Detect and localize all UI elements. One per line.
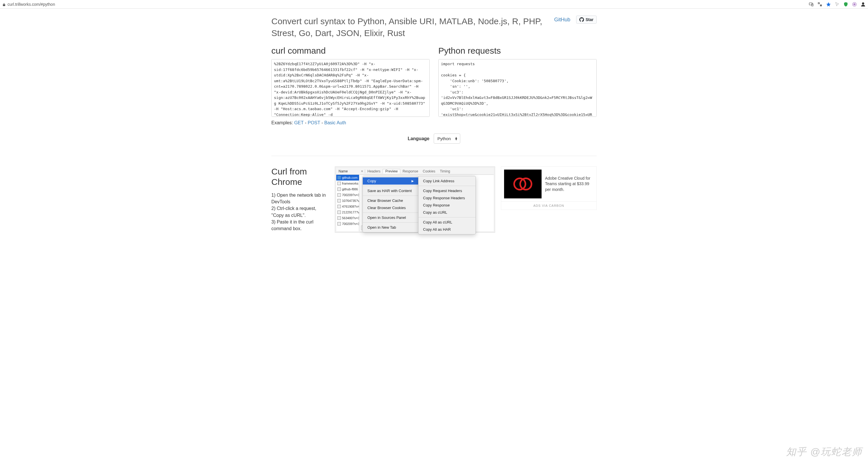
star-label: Star — [586, 17, 593, 22]
image-icon — [337, 211, 341, 214]
image-icon — [337, 216, 341, 220]
svg-point-4 — [862, 2, 864, 5]
devtools-request-list: github.com frameworks github-f886 700209… — [336, 175, 359, 231]
ad-text: Adobe Creative Cloud for Teams starting … — [545, 176, 593, 193]
ctx-copy[interactable]: Copy ▶ — [363, 177, 418, 185]
adobe-cc-icon — [513, 177, 533, 191]
sub-copy-res-headers[interactable]: Copy Response Headers — [418, 194, 475, 202]
python-output[interactable] — [438, 59, 597, 117]
github-icon — [579, 17, 584, 22]
sub-copy-link[interactable]: Copy Link Address — [418, 177, 475, 185]
ctx-open-tab[interactable]: Open in New Tab — [363, 224, 418, 231]
instructions-text: 1) Open the network tab in DevTools 2) C… — [271, 192, 329, 232]
ad-via-label[interactable]: ADS VIA CARBON — [501, 201, 596, 210]
cursor-icon[interactable] — [835, 2, 840, 7]
sub-copy-all-curl[interactable]: Copy All as cURL — [418, 219, 475, 226]
svg-point-3 — [854, 3, 855, 5]
curl-input[interactable] — [271, 59, 430, 117]
ctx-save-har[interactable]: Save as HAR with Content — [363, 187, 418, 194]
curl-heading: curl command — [271, 46, 430, 56]
example-basicauth-link[interactable]: Basic Auth — [324, 120, 346, 125]
divider — [271, 156, 597, 156]
devtools-request-row[interactable]: 700209?v=3&s=32 — [336, 221, 359, 227]
devtools-tab-timing[interactable]: Timing — [437, 169, 453, 173]
devtools-request-row[interactable]: 21229177?v — [336, 209, 359, 215]
sub-copy-response[interactable]: Copy Response — [418, 202, 475, 209]
translate-icon[interactable] — [817, 2, 823, 7]
image-icon — [337, 205, 341, 208]
example-post-link[interactable]: POST — [308, 120, 320, 125]
devtools-tab-cookies[interactable]: Cookies — [421, 169, 437, 173]
sub-copy-req-headers[interactable]: Copy Request Headers — [418, 187, 475, 194]
github-link[interactable]: GitHub — [554, 16, 570, 23]
language-selected: Python — [437, 136, 451, 141]
github-star-button[interactable]: Star — [576, 16, 597, 24]
image-icon — [337, 193, 341, 197]
example-get-link[interactable]: GET — [294, 120, 304, 125]
devtools-request-row[interactable]: 4761908?v= — [336, 204, 359, 209]
chevron-updown-icon: ▲▼ — [455, 137, 458, 141]
profile-icon[interactable] — [861, 2, 866, 7]
examples-row: Examples: GET - POST - Basic Auth — [271, 120, 430, 125]
ctx-open-sources[interactable]: Open in Sources Panel — [363, 214, 418, 221]
browser-address-bar: curl.trillworks.com/#python — [0, 0, 868, 9]
circle-icon[interactable] — [852, 2, 857, 7]
python-heading: Python requests — [438, 46, 597, 56]
sub-copy-curl[interactable]: Copy as cURL — [418, 209, 475, 216]
device-icon[interactable] — [809, 2, 814, 7]
image-icon — [337, 222, 341, 225]
shield-icon[interactable] — [843, 2, 848, 7]
url-text[interactable]: curl.trillworks.com/#python — [7, 2, 55, 7]
language-select[interactable]: Python ▲▼ — [434, 133, 461, 144]
ctx-clear-cookies[interactable]: Clear Browser Cookies — [363, 204, 418, 211]
context-menu: Copy ▶ Save as HAR with Content Clear Br… — [363, 176, 419, 233]
devtools-request-row[interactable]: 10764735?v — [336, 198, 359, 204]
devtools-tab-headers[interactable]: Headers — [365, 169, 383, 173]
devtools-tab-response[interactable]: Response — [400, 169, 421, 173]
bookmark-star-icon[interactable] — [826, 2, 831, 7]
devtools-tab-preview[interactable]: Preview — [383, 169, 400, 174]
examples-label: Examples: — [271, 120, 293, 125]
carbon-ad[interactable]: Adobe Creative Cloud for Teams starting … — [501, 166, 597, 210]
devtools-request-row[interactable]: 700209?v=3 — [336, 192, 359, 198]
devtools-request-row[interactable]: github.com — [336, 175, 359, 181]
image-icon — [337, 199, 341, 203]
document-icon — [337, 176, 341, 179]
browser-extension-icons — [809, 2, 866, 7]
language-label: Language — [408, 136, 430, 141]
devtools-request-row[interactable]: github-f886 — [336, 186, 359, 192]
ctx-clear-cache[interactable]: Clear Browser Cache — [363, 197, 418, 204]
sub-copy-all-har[interactable]: Copy All as HAR — [418, 226, 475, 233]
devtools-request-row[interactable]: 563480?v=3 — [336, 215, 359, 221]
lock-icon — [2, 3, 6, 6]
devtools-request-row[interactable]: frameworks — [336, 181, 359, 186]
context-submenu: Copy Link Address Copy Request Headers C… — [418, 176, 476, 235]
ad-image — [504, 170, 541, 198]
devtools-close-button[interactable]: × — [359, 169, 365, 173]
file-icon — [337, 182, 341, 185]
instructions-heading: Curl from Chrome — [271, 166, 329, 187]
chevron-right-icon: ▶ — [411, 179, 414, 183]
page-title: Convert curl syntax to Python, Ansible U… — [271, 16, 549, 39]
devtools-screenshot: Name × Headers Preview Response Cookies … — [335, 166, 495, 233]
devtools-name-header: Name — [336, 169, 359, 173]
file-icon — [337, 187, 341, 191]
